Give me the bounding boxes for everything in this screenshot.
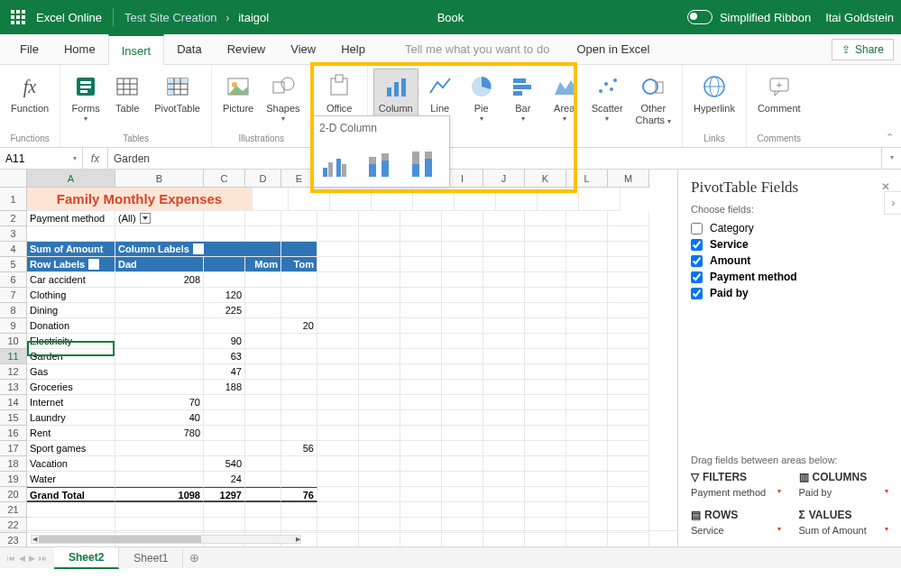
row-header[interactable]: 10 xyxy=(0,334,27,349)
pivot-field[interactable]: Paid by xyxy=(691,285,888,301)
cell[interactable] xyxy=(204,395,245,410)
cell[interactable] xyxy=(245,380,281,395)
col-header-c[interactable]: C xyxy=(204,170,245,188)
cell[interactable]: 47 xyxy=(204,364,245,380)
menu-review[interactable]: Review xyxy=(215,34,279,65)
cell[interactable]: 63 xyxy=(204,349,245,364)
cell[interactable]: 1098 xyxy=(115,487,204,502)
filter-dropdown-icon[interactable] xyxy=(88,259,99,270)
row-header[interactable]: 2 xyxy=(0,211,27,226)
col-header-l[interactable]: L xyxy=(566,170,608,188)
share-button[interactable]: ⇪ Share xyxy=(832,39,894,60)
cell[interactable] xyxy=(281,395,317,410)
cell[interactable] xyxy=(115,364,204,380)
cell[interactable] xyxy=(115,334,204,349)
cell[interactable]: 225 xyxy=(204,303,245,318)
stacked-column-option[interactable] xyxy=(359,143,399,183)
row-header[interactable]: 16 xyxy=(0,426,27,441)
cell[interactable] xyxy=(245,426,281,441)
function-button[interactable]: fx Function xyxy=(5,69,54,132)
col-header-d[interactable]: D xyxy=(245,170,281,188)
scroll-right-icon[interactable]: ▶ xyxy=(293,536,302,543)
cell[interactable] xyxy=(204,426,245,441)
row-header[interactable]: 6 xyxy=(0,272,27,288)
cell[interactable]: Dining xyxy=(27,303,115,318)
name-box[interactable]: A11▾ xyxy=(0,148,83,169)
pivot-field-checkbox[interactable] xyxy=(691,239,703,251)
cell[interactable] xyxy=(204,410,245,426)
cell[interactable] xyxy=(115,349,204,364)
pivot-field[interactable]: Service xyxy=(691,236,888,253)
100-stacked-column-option[interactable] xyxy=(402,143,442,183)
cell[interactable]: 56 xyxy=(281,441,317,456)
cell[interactable] xyxy=(245,395,281,410)
title-cell[interactable]: Family Monthly Expenses xyxy=(27,188,253,211)
row-header[interactable]: 20 xyxy=(0,487,27,502)
pie-chart-button[interactable]: Pie▾ xyxy=(462,69,501,132)
simplified-ribbon-toggle[interactable] xyxy=(687,10,713,24)
app-launcher-icon[interactable] xyxy=(11,10,25,24)
cell[interactable] xyxy=(204,272,245,288)
cell[interactable]: Electricity xyxy=(27,334,115,349)
filter-dropdown-icon[interactable] xyxy=(140,213,151,224)
select-all-corner[interactable] xyxy=(0,170,27,188)
collapse-pane-icon[interactable]: › xyxy=(884,191,901,215)
formula-bar-expand[interactable]: ▾ xyxy=(881,148,901,169)
cell[interactable]: Gas xyxy=(27,364,115,380)
cell[interactable] xyxy=(204,441,245,456)
cell[interactable]: Laundry xyxy=(27,410,115,426)
scroll-thumb[interactable] xyxy=(39,536,201,543)
cell[interactable]: Column Labels xyxy=(115,242,281,257)
breadcrumb-current[interactable]: itaigol xyxy=(238,11,269,24)
menu-file[interactable]: File xyxy=(7,34,51,65)
table-button[interactable]: Table xyxy=(107,69,147,132)
cell[interactable] xyxy=(115,288,204,303)
breadcrumb-site[interactable]: Test Site Creation xyxy=(124,11,217,24)
sheet-tab-sheet1[interactable]: Sheet1 xyxy=(119,548,183,568)
area-rows-item[interactable]: Service▾ xyxy=(691,523,781,537)
pivottable-button[interactable]: PivotTable xyxy=(149,69,206,132)
hyperlink-button[interactable]: Hyperlink xyxy=(688,69,740,132)
row-header[interactable]: 1 xyxy=(0,188,27,211)
cell[interactable]: Grand Total xyxy=(27,487,115,502)
cell[interactable] xyxy=(245,410,281,426)
tell-me-search[interactable]: Tell me what you want to do xyxy=(405,42,549,56)
spreadsheet-grid[interactable]: A B C D E F G H I J K L M 1 Family Month… xyxy=(0,170,677,547)
cell[interactable] xyxy=(115,456,204,472)
cell[interactable] xyxy=(281,303,317,318)
col-header-m[interactable]: M xyxy=(608,170,649,188)
cell[interactable] xyxy=(281,380,317,395)
cell[interactable]: 188 xyxy=(204,380,245,395)
cell[interactable]: (All) xyxy=(115,211,204,226)
cell[interactable] xyxy=(281,410,317,426)
open-in-excel[interactable]: Open in Excel xyxy=(576,42,649,56)
row-header[interactable]: 4 xyxy=(0,242,27,257)
pivot-field[interactable]: Category xyxy=(691,220,888,236)
pivot-field-checkbox[interactable] xyxy=(691,288,703,299)
cell[interactable]: 76 xyxy=(281,487,317,502)
row-header[interactable]: 7 xyxy=(0,288,27,303)
cell[interactable]: 120 xyxy=(204,288,245,303)
comment-button[interactable]: + Comment xyxy=(752,69,806,132)
cell[interactable]: 70 xyxy=(115,395,204,410)
row-header[interactable]: 9 xyxy=(0,318,27,334)
row-header[interactable]: 15 xyxy=(0,410,27,426)
row-header[interactable]: 17 xyxy=(0,441,27,456)
cell[interactable]: Row Labels xyxy=(27,257,115,272)
sheet-tab-sheet2[interactable]: Sheet2 xyxy=(54,547,119,569)
scatter-chart-button[interactable]: Scatter▾ xyxy=(586,69,629,132)
row-header[interactable]: 3 xyxy=(0,226,27,242)
fx-icon[interactable]: fx xyxy=(83,148,108,169)
cell[interactable] xyxy=(245,456,281,472)
cell[interactable]: 24 xyxy=(204,472,245,487)
cell[interactable]: Clothing xyxy=(27,288,115,303)
cell[interactable] xyxy=(245,487,281,502)
shapes-button[interactable]: Shapes▾ xyxy=(261,69,305,132)
menu-view[interactable]: View xyxy=(278,34,328,65)
cell[interactable]: 540 xyxy=(204,456,245,472)
cell[interactable] xyxy=(245,441,281,456)
area-values-item[interactable]: Sum of Amount▾ xyxy=(799,523,889,537)
cell[interactable] xyxy=(281,364,317,380)
forms-button[interactable]: Forms▾ xyxy=(66,69,106,132)
cell[interactable]: Internet xyxy=(27,395,115,410)
